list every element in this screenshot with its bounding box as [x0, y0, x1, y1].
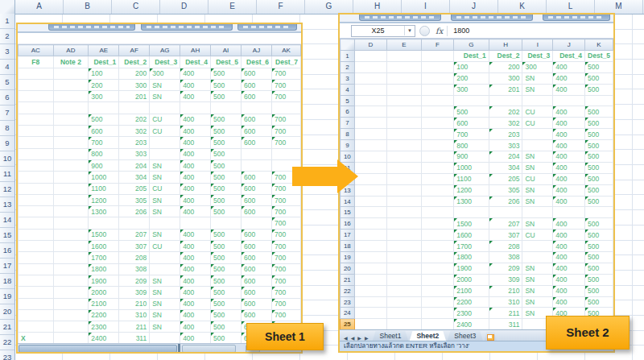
- outer-row-header[interactable]: 4: [0, 60, 14, 75]
- outer-row-header[interactable]: 11: [0, 167, 14, 182]
- outer-column-header[interactable]: M: [595, 0, 643, 14]
- cell: [387, 51, 421, 62]
- outer-row-header[interactable]: 14: [0, 213, 14, 228]
- cell: 500: [211, 252, 242, 263]
- pasted-screenshot-sheet2[interactable]: X25 ▼ fx 1800 DEFGHIJK1Dest_1Dest_2Dest_…: [338, 13, 615, 353]
- cell: [19, 263, 54, 275]
- outer-row-header[interactable]: 12: [0, 182, 14, 197]
- outer-column-header[interactable]: F: [257, 0, 305, 14]
- cell: 1600: [454, 230, 489, 241]
- cell-value: 1900: [456, 264, 472, 272]
- cell: [19, 217, 54, 229]
- cell-value: SN: [525, 275, 535, 283]
- text-number-indicator-icon: [553, 297, 556, 300]
- cell-value: 500: [213, 93, 225, 101]
- cell-value: 211: [509, 309, 520, 317]
- cell-value: 2300: [91, 323, 106, 331]
- row-header: 23: [341, 296, 355, 308]
- pasted-screenshot-sheet1[interactable]: ACADAEAFAGAHAIAJAKF8Note 2Dest_1Dest_2De…: [16, 23, 303, 354]
- outer-row-header[interactable]: 8: [0, 121, 14, 136]
- outer-column-header[interactable]: I: [402, 0, 450, 14]
- text-number-indicator-icon: [454, 197, 457, 200]
- cell: [53, 68, 89, 79]
- outer-row-header[interactable]: 3: [0, 44, 14, 60]
- select-all-corner[interactable]: [0, 0, 15, 14]
- cell: 303: [489, 140, 522, 151]
- cell: 700: [271, 252, 300, 263]
- outer-row-header[interactable]: 15: [0, 228, 14, 243]
- outer-row-header[interactable]: 16: [0, 243, 14, 259]
- cell-value: Note 2: [60, 58, 81, 66]
- text-number-indicator-icon: [89, 114, 92, 118]
- cell: [19, 206, 54, 217]
- cell: [387, 196, 421, 207]
- outer-row-header[interactable]: 10: [0, 151, 14, 167]
- column-header: E: [387, 39, 421, 51]
- text-number-indicator-icon: [454, 85, 457, 88]
- outer-column-header[interactable]: G: [305, 0, 353, 14]
- cell: 400: [553, 129, 585, 140]
- cell-value: 400: [183, 150, 194, 158]
- outer-row-header[interactable]: 23: [0, 350, 14, 360]
- cell: [53, 217, 89, 229]
- outer-column-header[interactable]: A: [15, 0, 64, 14]
- cell-value: Dest_5: [216, 58, 238, 66]
- cell: 400: [553, 162, 585, 173]
- cell: 600: [242, 68, 272, 79]
- cell: [421, 118, 453, 129]
- cell: Dest_2: [119, 56, 150, 68]
- sheet2-callout-label[interactable]: Sheet 2: [546, 316, 630, 350]
- outer-row-header[interactable]: 21: [0, 320, 14, 335]
- cell-value: 308: [135, 265, 147, 273]
- cell-value: 1200: [91, 197, 106, 205]
- orange-arrow-head[interactable]: [337, 159, 358, 193]
- outer-column-header[interactable]: K: [498, 0, 547, 14]
- cell: [354, 106, 387, 118]
- cell-value: 600: [244, 311, 255, 319]
- outer-row-header[interactable]: 5: [0, 75, 14, 90]
- cell: [354, 285, 387, 296]
- text-number-indicator-icon: [272, 184, 275, 187]
- outer-row-header[interactable]: 9: [0, 136, 14, 151]
- text-number-indicator-icon: [454, 163, 457, 166]
- outer-row-header[interactable]: 7: [0, 106, 14, 121]
- text-number-indicator-icon: [242, 321, 245, 325]
- sheet1-callout-label[interactable]: Sheet 1: [246, 323, 324, 350]
- outer-row-header[interactable]: 19: [0, 289, 14, 304]
- cell: 1000: [89, 172, 119, 183]
- cell: [150, 102, 180, 114]
- cell: [387, 319, 421, 330]
- cell: 700: [271, 206, 300, 217]
- row-header: 8: [341, 129, 355, 140]
- cell: 202: [489, 106, 522, 118]
- outer-column-header[interactable]: H: [353, 0, 402, 14]
- text-number-indicator-icon: [454, 174, 457, 177]
- cell: CU: [150, 183, 180, 194]
- outer-row-header[interactable]: 1: [0, 14, 14, 29]
- orange-arrow-shaft[interactable]: [292, 167, 338, 186]
- outer-row-header[interactable]: 20: [0, 304, 14, 320]
- sheet-row: 300201SN400500600700: [19, 91, 301, 102]
- outer-column-header[interactable]: E: [208, 0, 257, 14]
- outer-row-header[interactable]: 2: [0, 29, 14, 44]
- sheet-row: 7600302CU400500: [341, 118, 613, 129]
- cell: 600: [242, 263, 272, 275]
- cell: 302: [489, 118, 522, 129]
- outer-column-header[interactable]: C: [112, 0, 160, 14]
- cell-value: 2300: [456, 309, 472, 317]
- cell: [150, 137, 180, 148]
- outer-column-header[interactable]: D: [160, 0, 208, 14]
- cell: [53, 148, 89, 159]
- outer-column-header[interactable]: B: [64, 0, 112, 14]
- outer-row-header[interactable]: 13: [0, 197, 14, 213]
- outer-row-header[interactable]: 6: [0, 90, 14, 106]
- outer-column-header[interactable]: L: [547, 0, 595, 14]
- outer-column-header[interactable]: J: [450, 0, 498, 14]
- text-number-indicator-icon: [211, 287, 214, 290]
- outer-row-header[interactable]: 18: [0, 274, 14, 289]
- cell-value: SN: [152, 162, 162, 170]
- outer-row-header[interactable]: 17: [0, 259, 14, 274]
- cell-value: 700: [275, 69, 286, 77]
- cell: [421, 296, 453, 308]
- outer-row-header[interactable]: 22: [0, 335, 14, 350]
